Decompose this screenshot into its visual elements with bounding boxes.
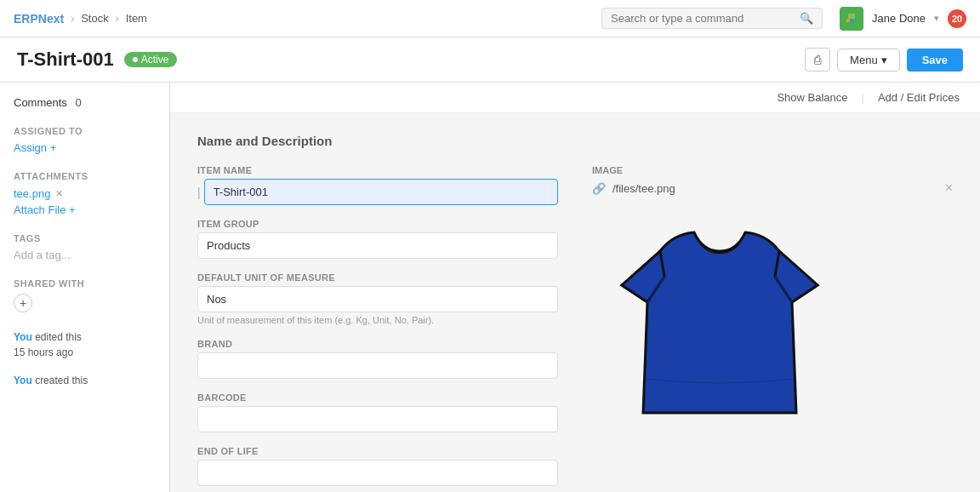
breadcrumb-sep-1: › xyxy=(71,13,74,25)
sidebar-assigned-to: ASSIGNED TO Assign + xyxy=(14,126,156,154)
notification-badge[interactable]: 20 xyxy=(948,9,966,28)
sidebar: Comments 0 ASSIGNED TO Assign + ATTACHME… xyxy=(0,83,170,492)
status-label: Active xyxy=(141,54,169,66)
product-image xyxy=(592,204,847,434)
item-group-label: Item Group xyxy=(197,219,558,229)
search-icon: 🔍 xyxy=(800,12,813,25)
form-left-col: Item Name | Item Group Default Unit of M… xyxy=(197,165,558,492)
sidebar-activity: You edited this 15 hours ago You created… xyxy=(14,329,156,388)
content-area: Show Balance | Add / Edit Prices Name an… xyxy=(170,83,980,492)
breadcrumb-item[interactable]: Item xyxy=(126,12,147,25)
activity-edited: edited this xyxy=(35,331,82,343)
sidebar-comments: Comments 0 xyxy=(14,96,156,109)
image-path-text: /files/tee.png xyxy=(612,182,675,195)
brand-label: Brand xyxy=(197,339,558,349)
attachment-link[interactable]: tee.png xyxy=(14,187,50,200)
navbar: ERPNext › Stock › Item 🔍 Jane Done ▾ 20 xyxy=(0,0,980,37)
print-button[interactable]: ⎙ xyxy=(805,48,830,72)
uom-group: Default Unit of Measure Unit of measurem… xyxy=(197,272,558,325)
navbar-right: Jane Done ▾ 20 xyxy=(840,7,966,31)
menu-label: Menu xyxy=(850,54,878,66)
svg-rect-2 xyxy=(846,19,850,22)
assign-button[interactable]: Assign + xyxy=(14,141,56,154)
add-shared-button[interactable]: + xyxy=(14,294,32,312)
uom-help: Unit of measurement of this item (e.g. K… xyxy=(197,315,558,325)
brand-input[interactable] xyxy=(197,352,558,379)
end-of-life-group: End of Life xyxy=(197,446,558,486)
section-title: Name and Description xyxy=(197,134,953,148)
shared-with-label: SHARED WITH xyxy=(14,278,156,289)
tshirt-svg xyxy=(596,209,843,430)
link-icon: 🔗 xyxy=(592,182,606,195)
item-group-group: Item Group xyxy=(197,219,558,259)
menu-button[interactable]: Menu ▾ xyxy=(837,49,900,72)
search-bar[interactable]: 🔍 xyxy=(601,8,823,29)
activity-item-2: You created this xyxy=(14,373,156,388)
remove-attachment-icon[interactable]: × xyxy=(55,186,62,200)
image-path-row: 🔗 /files/tee.png × xyxy=(592,180,953,196)
chevron-icon: ▾ xyxy=(881,54,887,66)
activity-you-2: You xyxy=(14,375,32,386)
svg-rect-3 xyxy=(850,19,853,22)
image-label: Image xyxy=(592,165,953,175)
user-name[interactable]: Jane Done xyxy=(872,12,926,25)
search-input[interactable] xyxy=(611,12,795,25)
status-badge: Active xyxy=(124,52,178,67)
page-title: T-Shirt-001 xyxy=(17,49,114,71)
sidebar-shared-with: SHARED WITH + xyxy=(14,278,156,312)
show-balance-button[interactable]: Show Balance xyxy=(777,91,847,104)
tags-label: TAGS xyxy=(14,233,156,243)
avatar xyxy=(840,7,863,31)
activity-you-1: You xyxy=(14,331,32,343)
attachment-item: tee.png × xyxy=(14,186,156,200)
attach-file-button[interactable]: Attach File + xyxy=(14,203,76,216)
add-edit-prices-button[interactable]: Add / Edit Prices xyxy=(878,91,960,104)
doc-actions: ⎙ Menu ▾ Save xyxy=(805,48,963,72)
assigned-to-label: ASSIGNED TO xyxy=(14,126,156,136)
main-layout: Comments 0 ASSIGNED TO Assign + ATTACHME… xyxy=(0,83,980,492)
form-grid: Item Name | Item Group Default Unit of M… xyxy=(197,165,953,492)
breadcrumb-sep-2: › xyxy=(116,13,119,25)
status-dot xyxy=(133,57,138,62)
comments-count: 0 xyxy=(75,96,81,109)
activity-item-1: You edited this 15 hours ago xyxy=(14,329,156,360)
activity-time-1: 15 hours ago xyxy=(14,346,73,358)
content-body: Name and Description Item Name | Item Gr… xyxy=(170,113,980,492)
content-toolbar: Show Balance | Add / Edit Prices xyxy=(170,83,980,113)
chevron-down-icon: ▾ xyxy=(934,13,939,24)
breadcrumb-stock[interactable]: Stock xyxy=(81,12,109,25)
sidebar-attachments: ATTACHMENTS tee.png × Attach File + xyxy=(14,171,156,216)
sidebar-tags: TAGS Add a tag... xyxy=(14,233,156,261)
image-section: Image 🔗 /files/tee.png × xyxy=(592,165,953,492)
uom-label: Default Unit of Measure xyxy=(197,272,558,283)
add-tag-input[interactable]: Add a tag... xyxy=(14,249,71,261)
doc-header: T-Shirt-001 Active ⎙ Menu ▾ Save xyxy=(0,37,980,83)
attachments-label: ATTACHMENTS xyxy=(14,171,156,181)
svg-rect-1 xyxy=(848,14,855,19)
comments-label: Comments xyxy=(14,96,67,109)
svg-rect-4 xyxy=(853,19,857,22)
end-of-life-input[interactable] xyxy=(197,460,558,486)
uom-input[interactable] xyxy=(197,286,558,312)
remove-image-button[interactable]: × xyxy=(945,180,953,196)
item-name-input[interactable] xyxy=(204,179,558,205)
toolbar-divider: | xyxy=(862,91,864,104)
cursor-icon: | xyxy=(197,186,201,199)
barcode-input[interactable] xyxy=(197,406,558,432)
brand-group: Brand xyxy=(197,339,558,379)
end-of-life-label: End of Life xyxy=(197,446,558,456)
item-group-input[interactable] xyxy=(197,232,558,259)
brand-logo[interactable]: ERPNext xyxy=(14,12,64,26)
activity-created: created this xyxy=(35,375,88,386)
barcode-group: Barcode xyxy=(197,392,558,432)
save-button[interactable]: Save xyxy=(907,49,963,72)
barcode-label: Barcode xyxy=(197,392,558,403)
item-name-group: Item Name | xyxy=(197,165,558,205)
item-name-label: Item Name xyxy=(197,165,558,175)
